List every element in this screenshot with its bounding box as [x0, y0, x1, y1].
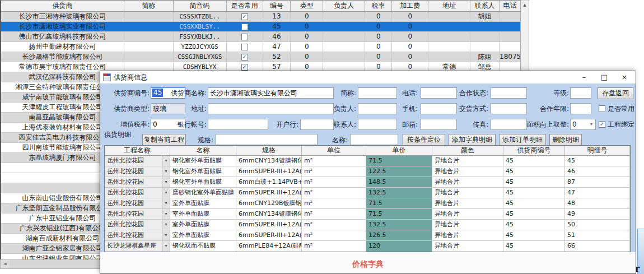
project-combobox[interactable]: 岳州北控花园▾	[105, 230, 170, 240]
detail-column-header[interactable]: 单位	[302, 146, 366, 156]
column-header[interactable]: 负责人	[323, 1, 365, 12]
spec-filter-field[interactable]	[216, 134, 318, 145]
detail-row[interactable]: 岳州北控花园▾钢化室外单面贴膜6mmCNY134镀膜钢化m²71.5异地合片45…	[105, 156, 630, 166]
name-filter-field[interactable]	[350, 134, 398, 145]
common-checkbox[interactable]	[241, 24, 248, 30]
chevron-down-icon[interactable]: ▾	[162, 241, 170, 252]
detail-column-header[interactable]: 供货商编号	[503, 146, 565, 156]
detail-column-header[interactable]: 工程名称	[105, 146, 170, 156]
cell-supplier_no: 45	[503, 177, 565, 187]
detail-row[interactable]: 岳州北控花园▾室外单面贴膜6mmSUPER-III+12A(硅...m²132.…	[105, 220, 630, 230]
scroll-left-icon[interactable]: ◄	[1, 260, 10, 268]
column-header[interactable]: 简称	[124, 1, 174, 12]
save-return-button[interactable]: 存盘返回	[598, 87, 633, 99]
chevron-down-icon[interactable]: ▾	[162, 177, 170, 187]
supplier-row[interactable]: 长沙市三湘特种玻璃有限公司CSSSXTZBL..13000胡姐	[1, 12, 521, 22]
address-field[interactable]	[208, 103, 334, 114]
cell-fee: 0	[392, 52, 428, 62]
cell-type: 0	[291, 32, 323, 41]
chevron-down-icon[interactable]: ▾	[162, 198, 170, 208]
detail-row[interactable]: 岳州北控花园▾钢化室外单面贴膜6mm白玻+1.14PVB+6mm...m²148…	[105, 177, 630, 188]
project-combobox[interactable]: 岳州北控花园▾	[105, 188, 170, 198]
project-binding-checkbox-row[interactable]: 工程绑定	[599, 120, 634, 129]
price-dictionary-title: 价格字典	[352, 259, 384, 270]
cell-abbr	[124, 42, 174, 52]
supplier-name-field[interactable]	[208, 87, 334, 99]
supplier-row[interactable]: 长沙晟格节能玻璃有限公司CSSGJNBLYXGS52000陈姐180751	[1, 52, 521, 62]
column-header[interactable]: 地址	[428, 1, 470, 12]
chevron-down-icon[interactable]: ▾	[162, 220, 170, 230]
cell-color: 异地合片	[432, 156, 503, 166]
common-checkbox[interactable]	[241, 44, 248, 50]
column-header[interactable]: 是否常用	[227, 1, 263, 12]
supplier-row[interactable]: 佛山市亿鑫玻璃科技有限公司FSSYXBLKJ..46000	[1, 32, 521, 42]
cell-color: 异地合片	[432, 230, 503, 240]
cell-color: 异地合片	[432, 177, 503, 187]
delete-detail-button[interactable]: 删除明细	[549, 134, 582, 146]
column-header[interactable]: 简音码	[174, 1, 227, 12]
coop-years-field[interactable]	[570, 103, 591, 114]
cell-supplier_no: 45	[503, 166, 565, 177]
project-combobox[interactable]: 岳州北控花园▾	[105, 156, 170, 166]
cell-contact	[470, 32, 500, 41]
common-checkbox[interactable]	[241, 13, 248, 20]
detail-row[interactable]: 岳州北控花园▾室外单面贴膜6mmCNY134镀膜钢化m²71.5异地合片4549	[105, 209, 630, 220]
project-combobox[interactable]: 岳州北控花园▾	[105, 198, 170, 208]
chevron-down-icon[interactable]: ▾	[162, 166, 170, 177]
is-common-checkbox-row[interactable]: 是否常用	[599, 104, 634, 113]
column-header[interactable]: 供货商	[1, 1, 124, 12]
cell-detail_no: 46	[565, 166, 630, 177]
grade-field[interactable]	[570, 87, 591, 99]
detail-column-header[interactable]: 单价	[366, 146, 432, 156]
column-header[interactable]: 类型	[291, 1, 323, 12]
project-binding-checkbox[interactable]	[599, 121, 605, 128]
detail-row[interactable]: 岳州北控花园▾磨砂钢化室外单面贴膜6mmSUPER-III+12A(硅...m²…	[105, 188, 630, 198]
chevron-down-icon[interactable]: ▾	[162, 156, 170, 166]
add-dict-detail-button[interactable]: 添加字典明细	[449, 134, 496, 146]
cell-type: 0	[291, 52, 323, 62]
column-header[interactable]: 电话	[500, 1, 521, 12]
supplier-row[interactable]: 扬州中勤建材有限公司YZZQJCYXGS47000	[1, 42, 521, 52]
bank-account-field[interactable]	[208, 119, 268, 130]
is-common-checkbox[interactable]	[599, 105, 605, 112]
column-header[interactable]: 联系人	[470, 1, 500, 12]
cell-supplier_no: 45	[503, 220, 565, 230]
project-combobox[interactable]: 长沙龙湖祺鑫星座▾	[105, 241, 170, 252]
cell-fee: 0	[392, 22, 428, 31]
chevron-down-icon[interactable]: ▾	[162, 209, 170, 219]
chevron-down-icon[interactable]: ▾	[162, 188, 170, 198]
maximize-button[interactable]: □	[594, 71, 614, 83]
chevron-down-icon[interactable]: ▾	[162, 230, 170, 240]
supplier-row[interactable]: 长沙市潇湘玻璃实业有限公司CSSXXBLSY..45000	[1, 22, 521, 32]
project-combobox[interactable]: 岳州北控花园▾	[105, 177, 170, 187]
manager-label: 负责人:	[328, 104, 356, 114]
area-round-up-combobox[interactable]: 0 ▾	[570, 119, 596, 130]
common-checkbox[interactable]	[241, 54, 248, 61]
project-combobox[interactable]: 岳州北控花园▾	[105, 220, 170, 230]
scroll-up-icon[interactable]: ▲	[521, 1, 529, 10]
close-button[interactable]: ×	[614, 71, 634, 83]
project-combobox[interactable]: 岳州北控花园▾	[105, 209, 170, 219]
column-header[interactable]: 编号	[263, 1, 291, 12]
detail-row[interactable]: 岳州北控花园▾钢化室外单面贴膜6mmSUPER-III+12A(硅...m²12…	[105, 166, 630, 177]
detail-column-header[interactable]: 颜色	[432, 146, 503, 156]
minimize-button[interactable]: –	[574, 71, 594, 83]
add-order-detail-button[interactable]: 添加订单明细	[499, 134, 546, 146]
detail-column-header[interactable]: 明细号	[565, 146, 630, 156]
detail-column-header[interactable]: 规格	[236, 146, 302, 156]
column-header[interactable]: 加工费	[392, 1, 428, 12]
cell-tax: 0	[365, 42, 392, 52]
cell-unit: m²	[302, 220, 366, 230]
project-combobox[interactable]: 岳州北控花园▾	[105, 166, 170, 177]
detail-column-header[interactable]: 名称	[170, 146, 236, 156]
detail-row[interactable]: 岳州北控花园▾室外单面贴膜6mmSUPER-III+12A(硅...m²126.…	[105, 230, 630, 241]
column-header[interactable]: 税率	[365, 1, 392, 12]
cell-price: 71.5	[366, 198, 432, 208]
locate-by-condition-button[interactable]: 按条件定位	[403, 134, 445, 146]
cell-detail_no: 48	[565, 198, 630, 208]
common-checkbox[interactable]	[241, 64, 248, 71]
copy-current-project-button[interactable]: 复制当前工程	[142, 134, 186, 146]
common-checkbox[interactable]	[241, 34, 248, 40]
detail-row[interactable]: 岳州北控花园▾室外单面贴膜6mmCNY129B镀膜钢化m²71.5异地合片454…	[105, 198, 630, 209]
detail-row[interactable]: 长沙龙湖祺鑫星座▾钢化双面不贴膜6mmPLE84+12A(硅酮胶...m²120…	[105, 241, 630, 252]
